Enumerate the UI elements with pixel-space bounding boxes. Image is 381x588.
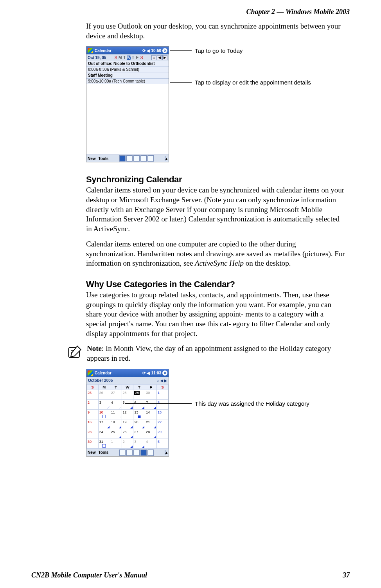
close-icon-2[interactable]: ✕ — [162, 370, 167, 376]
callout-line-1 — [170, 50, 192, 51]
prev-day-icon[interactable]: ◀ — [157, 55, 162, 60]
sync-paragraph-1: Calendar items stored on your device can… — [86, 185, 346, 234]
day-s2[interactable]: S — [140, 56, 144, 60]
today-icon[interactable]: ⌂ — [151, 55, 156, 60]
calendar-day-screenshot: Calendar ⟳ ◀ 10:50 ✕ Oct 19, 05 S M T — [86, 46, 169, 162]
view-agenda-icon-2[interactable] — [119, 450, 126, 456]
day-cell[interactable]: 2 — [122, 439, 133, 448]
weekday-strip[interactable]: S M T W T F S — [114, 56, 144, 60]
day-w-selected[interactable]: W — [127, 56, 131, 60]
day-cell[interactable]: 7 — [145, 399, 157, 409]
view-day-icon-2[interactable] — [126, 450, 133, 456]
day-f[interactable]: F — [135, 56, 139, 60]
day-cell[interactable]: 23 — [87, 429, 99, 439]
day-cell[interactable]: 2 — [87, 399, 99, 409]
footer-page-number: 37 — [343, 571, 350, 579]
appointment-2-detail[interactable]: 9:00a-10:00a (Tech Comm table) — [86, 79, 169, 84]
day-cell[interactable]: 18 — [110, 419, 122, 429]
day-cell[interactable]: 11 — [110, 409, 122, 419]
day-cell[interactable]: 30 — [87, 439, 99, 448]
view-week-icon-2[interactable] — [133, 450, 140, 456]
day-cell[interactable]: 16 — [87, 419, 99, 429]
day-s[interactable]: S — [114, 56, 118, 60]
day-cell[interactable]: 4 — [110, 399, 122, 409]
day-cell[interactable]: 20 — [133, 419, 145, 429]
close-icon[interactable]: ✕ — [162, 48, 167, 53]
view-month-icon-2[interactable] — [140, 450, 147, 456]
prev-month-icon[interactable]: ◀ — [160, 379, 163, 383]
day-cell[interactable]: 14 — [145, 409, 157, 419]
view-agenda-icon[interactable] — [119, 155, 126, 162]
input-arrow-icon-2[interactable]: ▴ — [165, 450, 167, 455]
new-menu-2[interactable]: New — [88, 450, 96, 455]
day-cell[interactable]: 30 — [145, 390, 157, 399]
page-footer: CN2B Mobile Computer User's Manual 37 — [31, 571, 350, 579]
tools-menu-2[interactable]: Tools — [98, 450, 108, 455]
tools-menu[interactable]: Tools — [98, 156, 108, 161]
day-cell[interactable]: 28 — [122, 390, 133, 399]
start-icon-2[interactable] — [88, 370, 93, 376]
view-month-icon[interactable] — [140, 155, 147, 162]
appointment-1-title[interactable]: Out of office: Nicole to Orthodontist — [86, 61, 169, 67]
day-cell[interactable]: 10 — [98, 409, 110, 419]
day-cell[interactable]: 8 — [157, 399, 169, 409]
next-month-icon[interactable]: ▶ — [164, 379, 167, 383]
day-t[interactable]: T — [122, 56, 126, 60]
today-icon-2[interactable]: ⌂ — [157, 379, 159, 383]
day-cell[interactable]: 6 — [133, 399, 145, 409]
dow-t: T — [110, 384, 122, 390]
start-icon[interactable] — [88, 48, 93, 53]
day-t2[interactable]: T — [131, 56, 135, 60]
appointment-1-detail[interactable]: 8:00a-8:30a (Parks & Schmit) — [86, 67, 169, 72]
view-year-icon[interactable] — [147, 155, 154, 162]
day-cell[interactable]: 28 — [145, 429, 157, 439]
callout-line-2 — [170, 82, 192, 83]
date-label: Oct 19, 05 — [88, 56, 106, 60]
day-cell[interactable]: 25 — [110, 429, 122, 439]
input-arrow-icon[interactable]: ▴ — [165, 156, 167, 161]
view-week-icon[interactable] — [133, 155, 140, 162]
day-cell[interactable]: 31 — [98, 439, 110, 448]
day-cell[interactable]: 15 — [157, 409, 169, 419]
day-cell[interactable]: 26 — [122, 429, 133, 439]
view-day-icon[interactable] — [126, 155, 133, 162]
title-bar-2: Calendar ⟳ ◀ 11:03 ✕ — [86, 369, 169, 377]
day-cell[interactable]: 12 — [122, 409, 133, 419]
month-label: October 2005 — [88, 378, 113, 383]
day-cell[interactable]: 19 — [122, 419, 133, 429]
note-label: Note — [87, 344, 102, 352]
day-cell[interactable]: 1 — [157, 390, 169, 399]
next-day-icon[interactable]: ▶ — [162, 55, 167, 60]
day-cell[interactable]: 5 — [157, 439, 169, 448]
day-cell[interactable]: 5 — [122, 399, 133, 409]
day-cell[interactable]: 13 — [133, 409, 145, 419]
day-cell[interactable]: 1 — [110, 439, 122, 448]
month-grid[interactable]: S M T W T F S 25262728293012345678910111… — [86, 384, 169, 449]
volume-icon-2: ◀ — [147, 371, 150, 375]
sync-icon-2: ⟳ — [142, 371, 146, 375]
day-cell[interactable]: 3 — [98, 399, 110, 409]
day-cell[interactable]: 4 — [145, 439, 157, 448]
day-cell[interactable]: 24 — [98, 429, 110, 439]
day-cell[interactable]: 21 — [145, 419, 157, 429]
day-cell[interactable]: 17 — [98, 419, 110, 429]
sync-icon: ⟳ — [142, 49, 146, 53]
new-menu[interactable]: New — [88, 156, 96, 161]
view-year-icon-2[interactable] — [147, 450, 154, 456]
screenshot-day-view-wrap: Calendar ⟳ ◀ 10:50 ✕ Oct 19, 05 S M T — [86, 46, 346, 164]
day-cell[interactable]: 29 — [133, 390, 145, 399]
day-cell[interactable]: 9 — [87, 409, 99, 419]
dow-m: M — [98, 384, 110, 390]
day-cell[interactable]: 25 — [87, 390, 99, 399]
day-m[interactable]: M — [118, 56, 122, 60]
day-cell[interactable]: 29 — [157, 429, 169, 439]
day-cell[interactable]: 27 — [110, 390, 122, 399]
heading-categories: Why Use Categories in the Calendar? — [86, 279, 346, 290]
dow-s2: S — [157, 384, 169, 390]
appointment-2-title[interactable]: Staff Meeting — [86, 72, 169, 79]
day-cell[interactable]: 3 — [133, 439, 145, 448]
day-cell[interactable]: 26 — [98, 390, 110, 399]
empty-area[interactable] — [86, 84, 169, 155]
day-cell[interactable]: 22 — [157, 419, 169, 429]
day-cell[interactable]: 27 — [133, 429, 145, 439]
